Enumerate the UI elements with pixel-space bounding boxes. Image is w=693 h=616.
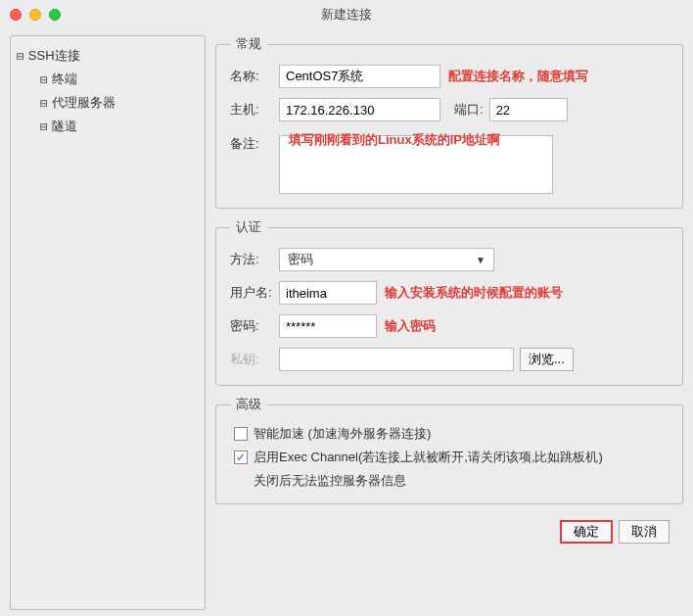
- tree-item-proxy[interactable]: ⊟代理服务器: [17, 91, 199, 115]
- label-host: 主机:: [230, 101, 279, 118]
- label-accel: 智能加速 (加速海外服务器连接): [254, 425, 431, 443]
- label-privatekey: 私钥:: [230, 351, 279, 368]
- tree-item-label: 隧道: [52, 118, 77, 135]
- content-area: ⊟SSH连接 ⊟终端 ⊟代理服务器 ⊟隧道 常规 名称: 配置连接名称，随意填写…: [0, 29, 693, 616]
- group-general: 常规 名称: 配置连接名称，随意填写 主机: 端口: 备注: 填写刚刚看到的Li…: [215, 35, 683, 209]
- label-exec-note: 关闭后无法监控服务器信息: [230, 472, 669, 490]
- titlebar: 新建连接: [0, 0, 693, 29]
- window-title: 新建连接: [0, 6, 693, 24]
- ok-button[interactable]: 确定: [560, 520, 613, 544]
- label-port: 端口:: [454, 101, 484, 118]
- tree-root-label: SSH连接: [28, 47, 80, 65]
- chevron-down-icon: ▼: [476, 255, 485, 265]
- browse-button[interactable]: 浏览...: [520, 348, 574, 371]
- port-input[interactable]: [489, 98, 568, 121]
- username-input[interactable]: [279, 281, 377, 305]
- group-advanced: 高级 智能加速 (加速海外服务器连接) 启用Exec Channel(若连接上就…: [215, 396, 683, 504]
- checkbox-accel[interactable]: [234, 427, 248, 441]
- label-username: 用户名:: [230, 284, 279, 302]
- main-panel: 常规 名称: 配置连接名称，随意填写 主机: 端口: 备注: 填写刚刚看到的Li…: [209, 29, 693, 616]
- legend-advanced: 高级: [230, 396, 267, 413]
- password-input[interactable]: [279, 314, 377, 338]
- tree-item-label: 终端: [52, 71, 77, 88]
- legend-auth: 认证: [230, 218, 267, 236]
- label-exec: 启用Exec Channel(若连接上就被断开,请关闭该项,比如跳板机): [254, 449, 603, 466]
- cancel-button[interactable]: 取消: [619, 520, 670, 544]
- legend-general: 常规: [230, 35, 267, 53]
- sidebar: ⊟SSH连接 ⊟终端 ⊟代理服务器 ⊟隧道: [10, 35, 206, 610]
- checkbox-exec[interactable]: [234, 450, 248, 464]
- tree-item-label: 代理服务器: [52, 94, 116, 112]
- annot-name: 配置连接名称，随意填写: [448, 68, 588, 85]
- footer-buttons: 确定 取消: [215, 514, 683, 553]
- label-method: 方法:: [230, 251, 279, 268]
- tree-item-tunnel[interactable]: ⊟隧道: [17, 115, 199, 138]
- annot-password: 输入密码: [385, 317, 436, 335]
- annot-username: 输入安装系统的时候配置的账号: [385, 284, 563, 302]
- host-input[interactable]: [279, 98, 440, 121]
- label-name: 名称:: [230, 68, 279, 85]
- group-auth: 认证 方法: 密码 ▼ 用户名: 输入安装系统的时候配置的账号 密码: 输: [215, 218, 683, 386]
- privatekey-input[interactable]: [279, 348, 514, 371]
- label-password: 密码:: [230, 317, 279, 335]
- name-input[interactable]: [279, 65, 440, 88]
- method-value: 密码: [288, 251, 313, 268]
- label-memo: 备注:: [230, 131, 279, 153]
- annot-memo: 填写刚刚看到的Linux系统的IP地址啊: [289, 131, 500, 149]
- dialog-window: 新建连接 ⊟SSH连接 ⊟终端 ⊟代理服务器 ⊟隧道 常规 名称: 配置连接名称…: [0, 0, 693, 616]
- tree-item-terminal[interactable]: ⊟终端: [17, 68, 199, 91]
- tree-root-ssh[interactable]: ⊟SSH连接: [17, 44, 199, 68]
- method-select[interactable]: 密码 ▼: [279, 248, 494, 271]
